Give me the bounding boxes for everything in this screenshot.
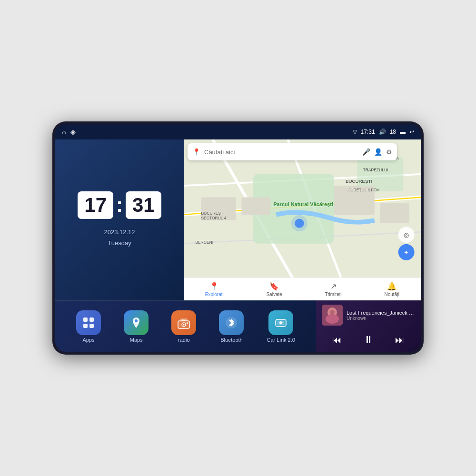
clock-hours: 17 [78, 191, 113, 219]
volume-icon: 🔊 [379, 129, 386, 135]
clock-display: 17 : 31 [78, 191, 161, 219]
music-controls: ⏮ ⏸ ⏭ [322, 332, 415, 348]
main-content: 17 : 31 2023.12.12 Tuesday [55, 139, 421, 352]
search-placeholder: Căutați aici [204, 149, 235, 156]
news-icon: 🔔 [387, 282, 397, 291]
carlink-label: Car Link 2.0 [267, 337, 295, 343]
radio-label: radio [178, 337, 189, 343]
svg-rect-27 [83, 317, 88, 322]
svg-text:JUDEȚUL ILFOV: JUDEȚUL ILFOV [348, 188, 379, 192]
device-screen: ⌂ ◈ ▽ 17:31 🔊 18 ▬ ↩ 17 : [55, 124, 421, 352]
svg-text:◎: ◎ [404, 231, 409, 238]
app-item-bluetooth[interactable]: Bluetooth [219, 310, 244, 343]
map-nav-noutăți[interactable]: 🔔 Noutăți [384, 282, 399, 297]
apps-icon-bg [76, 310, 101, 335]
svg-point-31 [135, 319, 138, 322]
svg-rect-29 [83, 324, 88, 328]
maps-label: Maps [130, 337, 143, 343]
music-info: Lost Frequencies_Janieck Devy-... Unknow… [322, 305, 415, 326]
map-nav-salvate[interactable]: 🔖 Salvate [266, 282, 282, 297]
maps-icon[interactable]: ◈ [70, 128, 76, 136]
clock-minutes: 31 [126, 191, 161, 219]
map-pin-small-icon: 📍 [192, 148, 200, 156]
options-icon[interactable]: ⚙ [386, 148, 392, 156]
radio-fm-icon: FM [176, 315, 191, 330]
map-search-bar[interactable]: 📍 Căutați aici 🎤 👤 ⚙ [188, 143, 397, 160]
status-left-icons: ⌂ ◈ [62, 128, 76, 136]
radio-icon-bg: FM [171, 310, 196, 335]
saved-icon: 🔖 [269, 282, 279, 291]
top-section: 17 : 31 2023.12.12 Tuesday [55, 139, 421, 300]
map-nav-trimiteți[interactable]: ↗ Trimiteți [325, 282, 342, 297]
status-right-info: ▽ 17:31 🔊 18 ▬ ↩ [353, 129, 414, 135]
battery-icon: ▬ [400, 129, 406, 135]
back-icon[interactable]: ↩ [409, 129, 414, 135]
car-screen-device: ⌂ ◈ ▽ 17:31 🔊 18 ▬ ↩ 17 : [52, 121, 424, 355]
account-icon[interactable]: 👤 [374, 148, 382, 156]
map-bottom-bar: 📍 Explorați 🔖 Salvate ↗ Trimiteți 🔔 [184, 278, 421, 300]
signal-icon: ▽ [353, 129, 357, 135]
app-item-carlink[interactable]: Car Link 2.0 [267, 310, 295, 343]
svg-point-43 [326, 314, 339, 324]
svg-text:BUCUREȘTISECTORUL 4: BUCUREȘTISECTORUL 4 [201, 211, 226, 220]
next-button[interactable]: ⏭ [395, 335, 405, 346]
map-widget[interactable]: Parcul Natural Văcărești BUCUREȘTI JUDEȚ… [184, 139, 421, 300]
clock-colon: : [116, 195, 123, 215]
status-bar: ⌂ ◈ ▽ 17:31 🔊 18 ▬ ↩ [55, 124, 421, 139]
clock-date: 2023.12.12 Tuesday [104, 227, 135, 249]
play-pause-button[interactable]: ⏸ [363, 334, 374, 346]
maps-pin-icon [129, 316, 143, 329]
album-art [322, 305, 343, 326]
clock-widget: 17 : 31 2023.12.12 Tuesday [55, 139, 184, 300]
svg-rect-28 [89, 317, 94, 322]
svg-rect-12 [380, 203, 409, 224]
svg-text:✦: ✦ [404, 249, 409, 256]
app-shortcuts: Apps Maps [55, 300, 316, 352]
svg-rect-30 [89, 324, 94, 328]
time-display: 17:31 [361, 129, 375, 135]
music-player: Lost Frequencies_Janieck Devy-... Unknow… [316, 300, 421, 352]
bluetooth-symbol-icon [225, 316, 238, 329]
svg-rect-10 [241, 197, 270, 214]
svg-point-34 [183, 324, 185, 325]
prev-button[interactable]: ⏮ [332, 335, 342, 346]
explore-icon: 📍 [209, 282, 219, 291]
home-icon[interactable]: ⌂ [62, 128, 66, 136]
app-item-apps[interactable]: Apps [76, 310, 101, 343]
bottom-section: Apps Maps [55, 300, 421, 352]
svg-text:Parcul Natural Văcărești: Parcul Natural Văcărești [273, 201, 333, 207]
carlink-icon-bg [268, 310, 293, 335]
app-item-maps[interactable]: Maps [124, 310, 149, 343]
svg-text:FM: FM [182, 318, 186, 321]
svg-text:TRAPEZULUI: TRAPEZULUI [363, 168, 388, 172]
maps-icon-bg [124, 310, 149, 335]
album-art-image [322, 305, 343, 326]
music-title: Lost Frequencies_Janieck Devy-... [347, 310, 415, 316]
map-nav-explorați[interactable]: 📍 Explorați [205, 282, 224, 297]
svg-rect-37 [187, 322, 188, 324]
music-text: Lost Frequencies_Janieck Devy-... Unknow… [347, 310, 415, 321]
svg-point-21 [291, 215, 307, 231]
svg-text:BERCENI: BERCENI [195, 240, 213, 245]
signal-strength: 18 [390, 129, 396, 135]
app-item-radio[interactable]: FM radio [171, 310, 196, 343]
svg-point-44 [330, 310, 335, 315]
carlink-icon [274, 316, 288, 329]
apps-label: Apps [83, 337, 95, 343]
bluetooth-label: Bluetooth [220, 337, 242, 343]
bluetooth-icon-bg [219, 310, 244, 335]
send-icon: ↗ [330, 282, 337, 291]
mic-icon[interactable]: 🎤 [362, 148, 370, 156]
svg-text:BUCUREȘTI: BUCUREȘTI [346, 178, 372, 184]
music-artist: Unknown [347, 316, 415, 321]
apps-grid-icon [82, 316, 95, 329]
map-background: Parcul Natural Văcărești BUCUREȘTI JUDEȚ… [184, 139, 421, 290]
